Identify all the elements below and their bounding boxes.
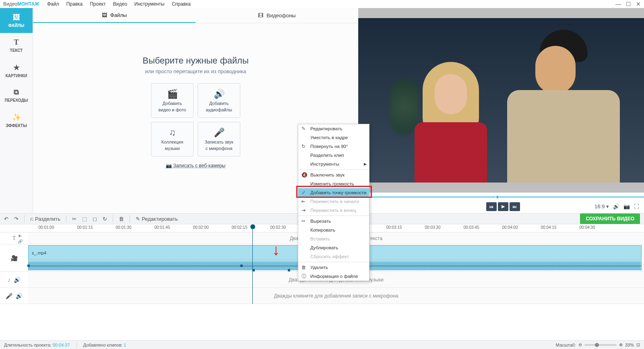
music-collection-button[interactable]: ♫ Коллекция музыки xyxy=(151,122,194,156)
sidebar-images[interactable]: ★ КАРТИНКИ xyxy=(0,58,33,83)
eye-icon[interactable]: 👁 xyxy=(18,234,23,238)
add-video-button[interactable]: 🎬 Добавить видео и фото xyxy=(151,83,194,118)
menu-item-label: Сбросить эффект xyxy=(310,254,349,259)
cut-button[interactable]: ✂ xyxy=(72,216,76,222)
context-menu-item[interactable]: 🗑Удалить xyxy=(298,263,369,272)
effects-icon: ✨ xyxy=(12,113,21,122)
sidebar-label: ЭФФЕКТЫ xyxy=(6,123,27,128)
mic-track-placeholder: Дважды кликните для добавления записи с … xyxy=(28,288,644,304)
ruler-label: 00:03:45 xyxy=(464,225,479,230)
playhead-marker[interactable] xyxy=(250,224,255,229)
add-audio-button[interactable]: 🔊 Добавить аудиофайлы xyxy=(198,83,240,118)
ruler-label: 00:01:00 xyxy=(39,225,54,230)
seek-bar[interactable] xyxy=(358,193,644,200)
context-menu-item[interactable]: ⤢Добавить точку громкости xyxy=(298,188,369,197)
sidebar-transitions[interactable]: ⧉ ПЕРЕХОДЫ xyxy=(0,83,33,108)
menu-video[interactable]: Видео xyxy=(113,1,127,7)
menu-help[interactable]: Справка xyxy=(172,1,191,7)
delete-button[interactable]: 🗑 xyxy=(119,216,124,222)
minimize-icon[interactable]: — xyxy=(615,1,621,7)
save-video-button[interactable]: СОХРАНИТЬ ВИДЕО xyxy=(580,214,640,224)
context-menu-item[interactable]: ↻Повернуть на 90° xyxy=(298,142,369,151)
context-menu-item[interactable]: ✎Редактировать xyxy=(298,124,369,133)
next-button[interactable]: ⏭ xyxy=(510,202,520,211)
menu-item-label: Дублировать xyxy=(310,245,338,250)
menu-item-label: Вырезать xyxy=(310,219,331,224)
menu-project[interactable]: Проект xyxy=(90,1,106,7)
snapshot-icon[interactable]: 📷 xyxy=(623,203,630,209)
crop2-button[interactable]: ◻ xyxy=(93,216,97,222)
context-menu-item[interactable]: Дублировать xyxy=(298,243,369,252)
fullscreen-icon[interactable]: ⛶ xyxy=(634,203,639,209)
speaker-icon[interactable]: 🔊 xyxy=(16,293,23,299)
menu-item-label: Уместить в кадре xyxy=(310,135,348,140)
audio-icon: 🔊 xyxy=(214,89,225,99)
record-mic-button[interactable]: 🎤 Записать звук с микрофона xyxy=(198,122,240,156)
ruler-label: 00:04:30 xyxy=(580,225,595,230)
menu-edit[interactable]: Правка xyxy=(66,1,83,7)
crop-button[interactable]: ⬚ xyxy=(82,216,87,222)
camera-icon: 📷 xyxy=(166,163,172,168)
context-menu-item[interactable]: 🔇Выключить звук xyxy=(298,170,369,179)
undo-button[interactable]: ↶ xyxy=(4,216,8,222)
volume-icon[interactable]: 🔊 xyxy=(613,203,619,209)
ruler-label: 00:01:45 xyxy=(155,225,170,230)
context-menu-item[interactable]: Копировать xyxy=(298,226,369,234)
menu-item-label: Удалить xyxy=(310,265,328,270)
annotation-arrow: ↓ xyxy=(272,241,280,259)
split-button[interactable]: ⎌ Разделить xyxy=(30,216,60,222)
context-menu-item[interactable]: Инструменты▶ xyxy=(298,160,369,168)
drop-title: Выберите нужные файлы xyxy=(33,55,358,66)
context-menu-item: ⇤Переместить в начало xyxy=(298,197,369,206)
rotate-button[interactable]: ↻ xyxy=(103,216,107,222)
star-icon: ★ xyxy=(13,63,20,72)
menu-item-label: Информация о файле xyxy=(310,274,358,279)
context-menu-item[interactable]: ✂Вырезать xyxy=(298,217,369,226)
seek-handle[interactable] xyxy=(495,195,500,199)
volume-point[interactable] xyxy=(27,265,30,267)
context-menu-item[interactable]: Разделить клип xyxy=(298,151,369,160)
ruler-label: 00:02:30 xyxy=(270,225,286,230)
tab-backgrounds[interactable]: 🎞 Видеофоны xyxy=(196,8,358,23)
context-menu-item[interactable]: Изменить громкость xyxy=(298,179,369,188)
volume-point[interactable] xyxy=(240,265,243,267)
tab-files[interactable]: 🖼 Файлы xyxy=(33,8,196,23)
close-icon[interactable]: ✕ xyxy=(636,1,641,7)
fit-zoom-button[interactable]: ⊡ xyxy=(636,342,640,347)
zoom-in-button[interactable]: ⊕ xyxy=(619,342,623,347)
redo-button[interactable]: ↷ xyxy=(14,216,19,222)
zoom-slider[interactable] xyxy=(584,344,617,346)
sidebar-files[interactable]: 🖼 ФАЙЛЫ xyxy=(0,8,33,33)
menu-item-label: Вставить xyxy=(310,236,330,241)
video-preview[interactable] xyxy=(358,18,644,183)
drop-subtitle: или просто перетащите их из проводника xyxy=(33,68,358,74)
menu-item-icon: ⇤ xyxy=(301,199,305,204)
play-button[interactable]: ▶ xyxy=(498,202,508,211)
maximize-icon[interactable]: ☐ xyxy=(626,1,631,7)
speaker-icon[interactable]: 🔊 xyxy=(14,277,21,283)
edit-button[interactable]: ✎ Редактировать xyxy=(136,216,178,222)
menu-item-label: Переместить в начало xyxy=(310,199,359,204)
menu-item-label: Разделить клип xyxy=(310,153,344,158)
menu-item-icon: ⇥ xyxy=(301,207,305,213)
context-menu-item[interactable]: ⓘИнформация о файле xyxy=(298,272,369,281)
zoom-out-button[interactable]: ⊖ xyxy=(578,342,582,347)
music-track-icon: ♪ xyxy=(8,277,10,283)
menu-tools[interactable]: Инструменты xyxy=(134,1,165,7)
video-bg-icon: 🎞 xyxy=(258,12,263,18)
context-menu-item: Сбросить эффект xyxy=(298,252,369,261)
context-menu-item[interactable]: Уместить в кадре xyxy=(298,133,369,142)
ruler-label: 00:01:15 xyxy=(77,225,93,230)
menu-item-label: Копировать xyxy=(310,228,335,232)
aspect-ratio-select[interactable]: 16:9 ▾ xyxy=(594,203,609,209)
sidebar-label: ТЕКСТ xyxy=(10,48,23,53)
prev-button[interactable]: ⏮ xyxy=(486,202,497,211)
link-icon[interactable]: 🔗 xyxy=(18,239,23,244)
context-menu: ✎РедактироватьУместить в кадре↻Повернуть… xyxy=(298,124,369,281)
menu-items: Файл Правка Проект Видео Инструменты Спр… xyxy=(47,1,191,7)
menu-file[interactable]: Файл xyxy=(47,1,59,7)
volume-point[interactable] xyxy=(288,269,290,271)
sidebar-effects[interactable]: ✨ ЭФФЕКТЫ xyxy=(0,108,33,133)
sidebar-text[interactable]: T ТЕКСТ xyxy=(0,33,33,58)
video-track-icon: 🎥 xyxy=(11,255,18,261)
